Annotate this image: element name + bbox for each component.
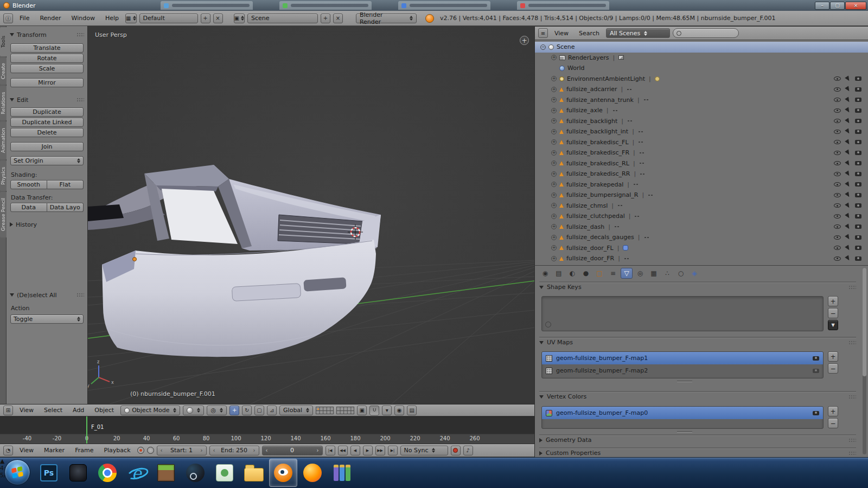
eye-icon[interactable] xyxy=(834,108,841,113)
tab-object-data-icon[interactable]: ▽ xyxy=(621,268,633,279)
delete-button[interactable]: Delete xyxy=(10,128,84,137)
sync-dropdown[interactable]: No Sync xyxy=(400,446,448,455)
camera-icon[interactable] xyxy=(855,119,861,123)
viewport-menu-select[interactable]: Select xyxy=(40,407,66,414)
eye-icon[interactable] xyxy=(834,246,841,250)
camera-icon[interactable] xyxy=(855,161,861,165)
duplicate-linked-button[interactable]: Duplicate Linked xyxy=(10,118,84,127)
data-transfer-layout-button[interactable]: Data Layo xyxy=(47,203,84,212)
outliner-row[interactable]: +fullsize_brakedisc_FR| xyxy=(535,147,868,158)
outliner-row[interactable]: +fullsize_chmsl| xyxy=(535,201,868,211)
custom-properties-panel-header[interactable]: Custom Properties xyxy=(539,448,856,457)
record-button[interactable] xyxy=(451,446,461,455)
vertex-colors-panel-header[interactable]: Vertex Colors xyxy=(539,392,856,401)
next-keyframe-button[interactable]: ▶▶ xyxy=(375,446,385,455)
outliner-row[interactable]: +fullsize_brakedisc_RL| xyxy=(535,158,868,169)
shelf-tab-tools[interactable]: Tools xyxy=(0,27,7,56)
timeline-menu-marker[interactable]: Marker xyxy=(40,447,68,454)
eye-icon[interactable] xyxy=(834,193,841,197)
shape-key-add-button[interactable]: + xyxy=(828,296,838,306)
manipulator-rotate-icon[interactable]: ↻ xyxy=(242,406,252,415)
viewport-menu-object[interactable]: Object xyxy=(91,407,118,414)
shelf-tab-physics[interactable]: Physics xyxy=(0,160,7,191)
keyframe-insert-icon[interactable] xyxy=(147,447,154,454)
expand-icon[interactable]: + xyxy=(551,245,557,251)
expand-icon[interactable]: + xyxy=(551,139,557,145)
lock-icon[interactable]: ▣ xyxy=(357,406,367,415)
manipulator-scale-icon[interactable]: ▢ xyxy=(254,406,264,415)
expand-icon[interactable]: + xyxy=(551,224,557,229)
taskbar-explorer-button[interactable] xyxy=(240,459,268,487)
camera-icon[interactable] xyxy=(855,246,861,250)
uv-map-row[interactable]: geom-fullsize_bumper_F-map1 xyxy=(542,352,823,364)
taskbar-blender-button[interactable] xyxy=(269,459,297,487)
editor-type-outliner-icon[interactable]: ≡ xyxy=(538,28,548,38)
taskbar-winrar-button[interactable] xyxy=(328,459,356,487)
scene-browse-icon[interactable]: ▣ xyxy=(234,14,245,23)
taskbar-ie-button[interactable]: e xyxy=(123,459,151,487)
shelf-tab-create[interactable]: Create xyxy=(0,57,7,85)
screen-layout-icon[interactable]: ▦ xyxy=(125,14,136,23)
outliner-row[interactable]: +fullsize_door_FR| xyxy=(535,253,868,264)
camera-icon[interactable] xyxy=(855,130,861,134)
shape-keys-panel-header[interactable]: Shape Keys xyxy=(539,282,856,291)
eye-icon[interactable] xyxy=(834,98,841,102)
taskbar-green-app-button[interactable] xyxy=(210,459,239,487)
delete-scene-button[interactable]: × xyxy=(333,14,343,23)
editor-type-timeline-icon[interactable]: ◔ xyxy=(3,446,13,455)
expand-icon[interactable]: + xyxy=(551,203,557,208)
outliner-row[interactable]: +fullsize_decals_gauges| xyxy=(535,232,868,243)
cursor-icon[interactable] xyxy=(845,160,851,166)
layers-group-2[interactable] xyxy=(336,407,354,414)
collapse-icon[interactable]: − xyxy=(540,44,546,50)
expand-icon[interactable]: + xyxy=(551,87,557,92)
duplicate-button[interactable]: Duplicate xyxy=(10,107,84,117)
cursor-icon[interactable] xyxy=(845,213,851,220)
rotate-button[interactable]: Rotate xyxy=(10,54,84,63)
shelf-tab-grease-pencil[interactable]: Grease Pencil xyxy=(0,192,7,237)
shade-smooth-button[interactable]: Smooth xyxy=(10,180,47,189)
resize-grip[interactable] xyxy=(677,431,692,433)
previous-keyframe-button[interactable]: ◀◀ xyxy=(338,446,348,455)
taskbar-gimp-button[interactable] xyxy=(357,459,385,487)
shape-key-remove-button[interactable]: − xyxy=(828,308,838,318)
vertex-color-remove-button[interactable]: − xyxy=(828,418,838,428)
tab-scene-icon[interactable]: ◐ xyxy=(566,268,578,279)
join-button[interactable]: Join xyxy=(10,142,84,151)
outliner-row-scene[interactable]: −Scene xyxy=(535,42,868,53)
action-toggle-dropdown[interactable]: Toggle xyxy=(10,314,84,324)
eye-icon[interactable] xyxy=(834,182,841,187)
speaker-icon[interactable]: ♪ xyxy=(463,446,473,455)
render-opengl-icon[interactable]: ◉ xyxy=(394,406,404,415)
manipulator-translate-icon[interactable]: + xyxy=(229,406,239,415)
outliner-row[interactable]: +fullsize_backlight| xyxy=(535,116,868,127)
shade-flat-button[interactable]: Flat xyxy=(47,180,84,189)
expand-icon[interactable]: + xyxy=(551,171,557,177)
manipulator-axis-icon[interactable]: ⊿ xyxy=(267,406,277,415)
timeline-canvas[interactable]: F_01 xyxy=(0,416,534,434)
cursor-icon[interactable] xyxy=(845,181,851,188)
set-origin-dropdown[interactable]: Set Origin xyxy=(10,156,84,165)
translate-button[interactable]: Translate xyxy=(10,43,84,53)
expand-icon[interactable]: + xyxy=(551,129,557,134)
shape-keys-list[interactable] xyxy=(541,296,824,331)
outliner-row[interactable]: +fullsize_antenna_trunk| xyxy=(535,95,868,106)
camera-icon[interactable] xyxy=(855,182,861,187)
render-engine-selector[interactable]: Blender Render xyxy=(356,14,417,23)
minimize-button[interactable]: – xyxy=(815,2,829,10)
uv-map-row[interactable]: geom-fullsize_bumper_F-map2 xyxy=(542,364,823,377)
menu-render[interactable]: Render xyxy=(36,15,65,22)
expand-icon[interactable]: + xyxy=(551,118,557,124)
frame-start-field[interactable]: ‹Start: 1› xyxy=(157,446,207,455)
eye-icon[interactable] xyxy=(834,256,841,261)
camera-icon[interactable] xyxy=(855,140,861,144)
viewport-menu-view[interactable]: View xyxy=(16,407,37,414)
taskbar-chrome-button[interactable] xyxy=(93,459,122,487)
viewport-menu-add[interactable]: Add xyxy=(69,407,88,414)
cursor-icon[interactable] xyxy=(845,245,851,251)
taskbar-photoshop-button[interactable]: Ps xyxy=(35,459,63,487)
cursor-icon[interactable] xyxy=(845,255,851,262)
menu-window[interactable]: Window xyxy=(68,15,99,22)
render-camera-icon[interactable] xyxy=(813,356,819,361)
properties-scrollbar[interactable] xyxy=(863,268,866,454)
